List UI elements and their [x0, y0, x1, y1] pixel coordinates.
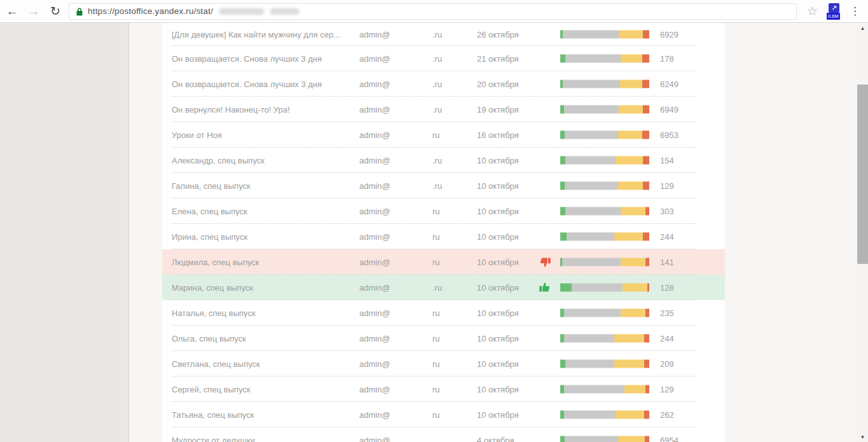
scroll-up-arrow[interactable]: ▲: [857, 23, 868, 33]
table-row[interactable]: Светлана, спец выпуск admin@ ru 10 октяб…: [162, 351, 725, 376]
back-button[interactable]: ←: [3, 2, 22, 21]
browser-toolbar: ← → ↻ https://postoffice.yandex.ru/stat/…: [0, 0, 868, 23]
table-row[interactable]: Елена, спец выпуск admin@ ru 10 октября …: [162, 198, 725, 224]
extension-icon: ↗: [829, 3, 839, 13]
delivery-bar: [560, 436, 649, 442]
campaign-title: Татьяна, спец выпуск: [172, 410, 254, 420]
send-date: 4 октября: [477, 436, 514, 442]
open-count: 209: [660, 359, 674, 369]
campaign-title: Он возвращается. Снова лучших 3 дня: [172, 79, 322, 89]
sender-email-user: admin@: [359, 359, 390, 369]
bar-seg-yellow: [619, 106, 643, 114]
delivery-bar: [560, 55, 649, 63]
sender-email-user: admin@: [359, 436, 390, 442]
open-count: 6929: [660, 30, 679, 39]
bar-seg-yellow: [618, 182, 643, 190]
bar-seg-gray: [565, 360, 614, 368]
bar-seg-yellow: [619, 31, 643, 39]
campaign-title: Он вернулся! Наконец-то! Ура!: [172, 105, 290, 114]
open-count: 244: [660, 232, 674, 242]
open-count: 129: [660, 181, 674, 191]
bar-seg-yellow: [614, 360, 644, 368]
sender-email-domain: ru: [432, 232, 440, 242]
delivery-bar: [560, 335, 649, 343]
scrollbar-thumb[interactable]: [857, 85, 868, 264]
sender-email-domain: ru: [432, 410, 440, 420]
bar-seg-red: [642, 80, 649, 88]
sender-email-user: admin@: [359, 410, 390, 420]
delivery-bar: [560, 360, 649, 368]
bar-seg-yellow: [618, 436, 645, 442]
sender-email-user: admin@: [359, 30, 390, 39]
bar-seg-red: [645, 207, 649, 216]
table-row[interactable]: Он возвращается. Снова лучших 3 дня admi…: [162, 71, 725, 97]
open-count: 235: [660, 308, 674, 318]
delivery-bar: [560, 182, 649, 190]
bar-seg-gray: [565, 131, 618, 139]
table-row[interactable]: Татьяна, спец выпуск admin@ ru 10 октябр…: [162, 402, 725, 427]
address-bar[interactable]: https://postoffice.yandex.ru/stat/: [69, 3, 797, 20]
bar-seg-gray: [563, 80, 620, 88]
table-row[interactable]: Людмила, спец выпуск admin@ ru 10 октябр…: [162, 249, 725, 275]
scrollbar[interactable]: ▲ ▼: [857, 23, 868, 442]
table-row[interactable]: Александр, спец выпуск admin@ .ru 10 окт…: [162, 148, 725, 173]
forward-button[interactable]: →: [24, 2, 43, 21]
bar-seg-yellow: [624, 385, 646, 394]
sender-email-domain: .ru: [432, 79, 442, 89]
send-date: 26 октября: [477, 30, 519, 39]
table-row[interactable]: Уроки от Ноя admin@ ru 16 октября 6953: [162, 122, 725, 148]
bookmark-star-icon[interactable]: ☆: [802, 4, 823, 18]
table-row[interactable]: Марина, спец выпуск admin@ .ru 10 октябр…: [162, 275, 725, 300]
open-count: 178: [660, 54, 674, 64]
sender-email-user: admin@: [359, 105, 390, 114]
table-row[interactable]: Ольга, спец выпуск admin@ ru 10 октября …: [162, 326, 725, 351]
bar-seg-yellow: [621, 309, 645, 317]
sender-email-domain: .ru: [432, 156, 442, 165]
sender-email-user: admin@: [359, 207, 390, 216]
campaign-title: Он возвращается. Снова лучших 3 дня: [172, 54, 322, 64]
delivery-bar: [560, 80, 649, 88]
send-date: 10 октября: [477, 156, 519, 165]
open-count: 6953: [660, 130, 679, 140]
sender-email-user: admin@: [359, 54, 390, 64]
table-row[interactable]: Ирина, спец выпуск admin@ ru 10 октября …: [162, 224, 725, 249]
table-row[interactable]: [Для девушек] Как найти мужчину для сер.…: [162, 23, 725, 46]
send-date: 10 октября: [477, 258, 519, 267]
send-date: 20 октября: [477, 79, 519, 89]
bar-seg-gray: [562, 258, 621, 266]
sender-email-domain: ru: [432, 385, 440, 394]
send-date: 16 октября: [477, 130, 519, 140]
table-row[interactable]: Он вернулся! Наконец-то! Ура! admin@ .ru…: [162, 97, 725, 122]
campaign-title: Ирина, спец выпуск: [172, 232, 247, 242]
bar-seg-yellow: [616, 156, 643, 165]
bar-seg-red: [645, 258, 649, 266]
open-count: 141: [660, 258, 674, 267]
delivery-bar: [560, 258, 649, 266]
table-row[interactable]: Сергей, спец выпуск admin@ ru 10 октября…: [162, 376, 725, 402]
bar-seg-gray: [564, 309, 621, 317]
bar-seg-red: [647, 284, 649, 292]
table-row[interactable]: Галина, спец выпуск admin@ .ru 10 октябр…: [162, 173, 725, 198]
table-row[interactable]: Наталья, спец выпуск admin@ ru 10 октябр…: [162, 300, 725, 326]
send-date: 10 октября: [477, 308, 519, 318]
open-count: 6954: [660, 436, 679, 442]
table-row[interactable]: Он возвращается. Снова лучших 3 дня admi…: [162, 46, 725, 71]
extension-button[interactable]: ↗ 0.6M: [827, 2, 842, 21]
bar-seg-gray: [565, 436, 618, 442]
table-row[interactable]: Мудрости от дедушки admin@ 4 октября 695…: [162, 427, 725, 442]
bar-seg-green: [560, 55, 565, 63]
open-count: 128: [660, 283, 674, 293]
menu-three-dots-icon[interactable]: ⋮: [846, 4, 868, 18]
reload-button[interactable]: ↻: [46, 2, 65, 21]
delivery-bar: [560, 411, 649, 419]
sender-email-user: admin@: [359, 334, 390, 343]
send-date: 21 октября: [477, 54, 519, 64]
sender-email-user: admin@: [359, 130, 390, 140]
bar-seg-yellow: [614, 233, 643, 241]
sender-email-domain: .ru: [432, 30, 442, 39]
scroll-down-arrow[interactable]: ▼: [857, 432, 868, 442]
bar-seg-red: [643, 182, 649, 190]
campaign-title: Светлана, спец выпуск: [172, 359, 260, 369]
delivery-bar: [560, 233, 649, 241]
delivery-bar: [560, 156, 649, 165]
